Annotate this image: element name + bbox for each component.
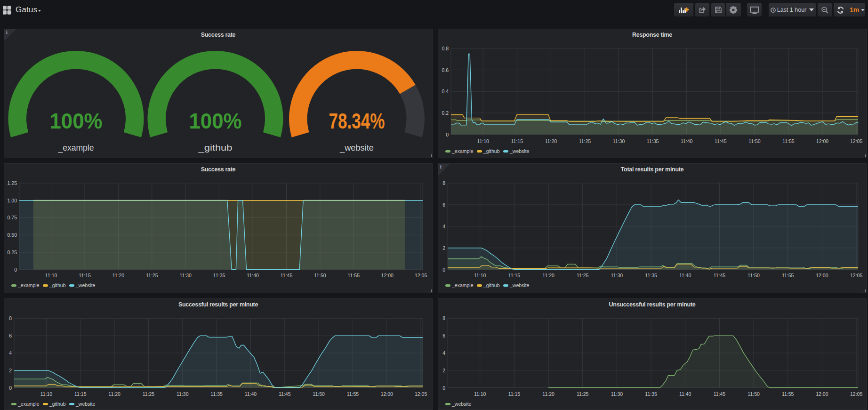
svg-text:11:10: 11:10 xyxy=(474,391,486,397)
svg-text:0: 0 xyxy=(442,267,445,273)
svg-text:11:15: 11:15 xyxy=(74,391,87,397)
svg-text:11:25: 11:25 xyxy=(143,391,155,397)
svg-text:11:50: 11:50 xyxy=(314,273,326,278)
svg-text:12:00: 12:00 xyxy=(816,391,828,397)
svg-text:11:45: 11:45 xyxy=(714,391,726,397)
svg-text:11:50: 11:50 xyxy=(748,138,761,144)
svg-text:12:00: 12:00 xyxy=(816,273,828,278)
svg-text:8: 8 xyxy=(442,180,445,186)
svg-text:0.6: 0.6 xyxy=(442,67,449,73)
svg-text:0.2: 0.2 xyxy=(442,110,449,116)
svg-text:11:15: 11:15 xyxy=(511,138,523,144)
svg-text:11:25: 11:25 xyxy=(146,273,158,278)
svg-text:0: 0 xyxy=(442,385,445,391)
svg-text:11:35: 11:35 xyxy=(645,273,657,278)
svg-text:1.25: 1.25 xyxy=(8,180,17,186)
svg-text:11:45: 11:45 xyxy=(715,138,727,144)
svg-text:8: 8 xyxy=(442,315,445,321)
svg-text:100%: 100% xyxy=(189,109,242,133)
svg-text:2: 2 xyxy=(442,368,445,373)
svg-text:11:40: 11:40 xyxy=(681,138,693,144)
svg-text:11:15: 11:15 xyxy=(508,273,521,278)
svg-text:8: 8 xyxy=(9,315,12,321)
svg-text:11:30: 11:30 xyxy=(179,273,192,278)
svg-text:12:05: 12:05 xyxy=(850,273,862,278)
svg-text:11:45: 11:45 xyxy=(714,273,726,278)
svg-text:11:20: 11:20 xyxy=(542,391,555,397)
svg-text:11:25: 11:25 xyxy=(579,138,591,144)
svg-text:11:20: 11:20 xyxy=(545,138,557,144)
svg-text:11:20: 11:20 xyxy=(108,391,121,397)
svg-text:11:50: 11:50 xyxy=(313,391,325,397)
svg-text:11:40: 11:40 xyxy=(679,391,691,397)
svg-text:11:30: 11:30 xyxy=(177,391,189,397)
svg-text:11:40: 11:40 xyxy=(679,273,691,278)
svg-text:6: 6 xyxy=(442,333,445,338)
svg-text:12:00: 12:00 xyxy=(381,273,394,278)
svg-text:11:25: 11:25 xyxy=(577,391,589,397)
svg-text:11:55: 11:55 xyxy=(347,391,359,397)
svg-text:11:55: 11:55 xyxy=(348,273,360,278)
svg-text:11:45: 11:45 xyxy=(281,273,293,278)
svg-text:6: 6 xyxy=(9,333,12,338)
svg-text:0.50: 0.50 xyxy=(8,232,17,238)
svg-text:11:25: 11:25 xyxy=(577,273,589,278)
svg-text:0.75: 0.75 xyxy=(8,215,17,220)
svg-text:11:45: 11:45 xyxy=(279,391,291,397)
svg-text:11:10: 11:10 xyxy=(45,273,57,278)
svg-text:12:05: 12:05 xyxy=(415,391,427,397)
svg-text:100%: 100% xyxy=(50,109,103,133)
svg-text:12:00: 12:00 xyxy=(381,391,393,397)
svg-text:12:05: 12:05 xyxy=(850,391,862,397)
svg-text:11:50: 11:50 xyxy=(747,273,760,278)
svg-text:0.4: 0.4 xyxy=(442,88,449,94)
svg-text:2: 2 xyxy=(9,368,12,373)
svg-text:11:30: 11:30 xyxy=(613,138,625,144)
svg-text:11:40: 11:40 xyxy=(247,273,259,278)
svg-text:78.34%: 78.34% xyxy=(329,109,385,133)
svg-text:12:00: 12:00 xyxy=(816,138,828,144)
svg-text:6: 6 xyxy=(442,202,445,208)
svg-text:11:35: 11:35 xyxy=(213,273,225,278)
svg-text:0.8: 0.8 xyxy=(442,46,449,51)
svg-text:11:30: 11:30 xyxy=(611,273,623,278)
svg-text:4: 4 xyxy=(442,224,445,229)
svg-text:11:55: 11:55 xyxy=(782,391,794,397)
svg-text:11:35: 11:35 xyxy=(647,138,659,144)
svg-text:11:20: 11:20 xyxy=(542,273,555,278)
svg-text:12:05: 12:05 xyxy=(850,138,862,144)
svg-text:4: 4 xyxy=(442,350,445,356)
svg-text:_website: _website xyxy=(339,143,374,153)
svg-text:11:55: 11:55 xyxy=(782,138,795,144)
svg-text:11:10: 11:10 xyxy=(474,273,486,278)
svg-text:11:15: 11:15 xyxy=(508,391,521,397)
svg-text:11:35: 11:35 xyxy=(210,391,223,397)
svg-text:2: 2 xyxy=(442,245,445,251)
svg-text:11:55: 11:55 xyxy=(782,273,794,278)
svg-text:11:35: 11:35 xyxy=(645,391,657,397)
svg-text:11:10: 11:10 xyxy=(477,138,489,144)
svg-text:_example: _example xyxy=(58,143,94,153)
svg-text:1.00: 1.00 xyxy=(8,198,17,203)
svg-text:11:10: 11:10 xyxy=(40,391,53,397)
svg-text:0: 0 xyxy=(9,385,12,391)
svg-text:0: 0 xyxy=(14,267,17,273)
svg-text:11:50: 11:50 xyxy=(747,391,760,397)
svg-text:11:15: 11:15 xyxy=(79,273,91,278)
svg-text:12:05: 12:05 xyxy=(415,273,427,278)
svg-text:11:20: 11:20 xyxy=(113,273,125,278)
svg-text:4: 4 xyxy=(9,350,12,356)
svg-text:0: 0 xyxy=(446,132,449,137)
svg-text:_github: _github xyxy=(198,143,232,153)
svg-text:11:30: 11:30 xyxy=(611,391,623,397)
svg-text:0.25: 0.25 xyxy=(8,249,17,255)
svg-text:11:40: 11:40 xyxy=(245,391,257,397)
